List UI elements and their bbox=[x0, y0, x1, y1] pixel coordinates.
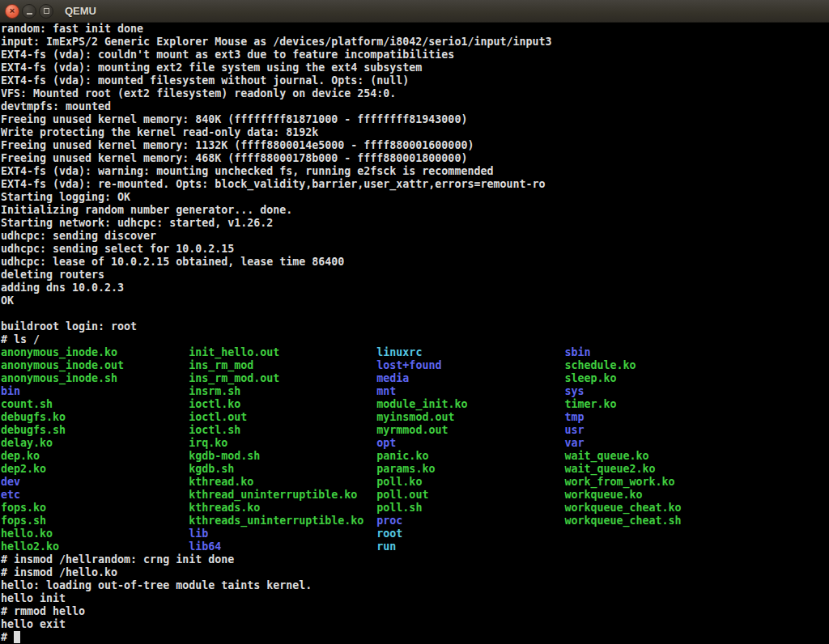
terminal-line: EXT4-fs (vda): re-mounted. Opts: block_v… bbox=[1, 178, 829, 191]
terminal-text: bin bbox=[1, 385, 189, 397]
terminal-text: Write protecting the kernel read-only da… bbox=[1, 126, 318, 138]
terminal-text: root bbox=[376, 527, 402, 540]
maximize-button[interactable] bbox=[39, 4, 53, 19]
terminal-line: count.sh ioctl.ko module_init.ko timer.k… bbox=[1, 398, 829, 411]
terminal-line: hello.ko lib root bbox=[1, 527, 829, 540]
qemu-window: × QEMU random: fast init doneinput: ImEx… bbox=[0, 0, 829, 644]
terminal-line: udhcpc: lease of 10.0.2.15 obtained, lea… bbox=[1, 256, 829, 269]
terminal-text: # bbox=[1, 631, 14, 643]
terminal-text: Freeing unused kernel memory: 1132K (fff… bbox=[1, 139, 474, 151]
terminal-line: Starting network: udhcpc: started, v1.26… bbox=[1, 217, 829, 230]
terminal-text: poll.ko bbox=[376, 476, 564, 488]
terminal-text: workqueue.ko bbox=[565, 489, 643, 501]
terminal-text: usr bbox=[565, 424, 585, 436]
terminal-line: # insmod /hellrandom: crng init done bbox=[1, 553, 829, 566]
terminal-text: sbin bbox=[565, 346, 591, 358]
terminal-text: udhcpc: sending discover bbox=[1, 230, 156, 242]
terminal-text: poll.out bbox=[376, 489, 564, 501]
terminal-text: tmp bbox=[565, 411, 585, 423]
terminal-text: devtmpfs: mounted bbox=[1, 100, 111, 112]
terminal-text: delay.ko bbox=[1, 437, 189, 449]
terminal-line: hello init bbox=[1, 592, 829, 605]
terminal-line: delay.ko irq.ko opt var bbox=[1, 437, 829, 450]
terminal-text: workqueue_cheat.sh bbox=[565, 515, 682, 527]
terminal-text: count.sh bbox=[1, 398, 189, 410]
terminal-line: Write protecting the kernel read-only da… bbox=[1, 126, 829, 139]
terminal-line: # bbox=[1, 631, 829, 644]
terminal-line: etc kthread_uninterruptible.ko poll.out … bbox=[1, 489, 829, 502]
terminal-text: fops.ko bbox=[1, 502, 189, 514]
terminal-line: # rmmod hello bbox=[1, 605, 829, 618]
terminal-text: linuxrc bbox=[376, 346, 564, 358]
terminal-text: kgdb.sh bbox=[189, 463, 376, 475]
terminal-text: debugfs.sh bbox=[1, 424, 189, 436]
terminal-text: hello.ko bbox=[1, 527, 189, 540]
terminal-screen[interactable]: random: fast init doneinput: ImExPS/2 Ge… bbox=[0, 23, 829, 644]
terminal-line: hello2.ko lib64 run bbox=[1, 540, 829, 553]
terminal-text: EXT4-fs (vda): warning: mounting uncheck… bbox=[1, 165, 493, 177]
terminal-line: EXT4-fs (vda): mounted filesystem withou… bbox=[1, 74, 829, 87]
terminal-line: Freeing unused kernel memory: 468K (ffff… bbox=[1, 152, 829, 165]
terminal-line: Initializing random number generator... … bbox=[1, 204, 829, 217]
terminal-cursor bbox=[14, 631, 20, 643]
terminal-text: params.ko bbox=[376, 463, 564, 475]
terminal-text: wait_queue.ko bbox=[565, 450, 649, 462]
terminal-line: dev kthread.ko poll.ko work_from_work.ko bbox=[1, 476, 829, 489]
terminal-text: EXT4-fs (vda): re-mounted. Opts: block_v… bbox=[1, 178, 545, 190]
terminal-line: debugfs.sh ioctl.sh myrmmod.out usr bbox=[1, 424, 829, 437]
terminal-line bbox=[1, 307, 829, 320]
terminal-text: Starting network: udhcpc: started, v1.26… bbox=[1, 217, 273, 229]
terminal-line: dep2.ko kgdb.sh params.ko wait_queue2.ko bbox=[1, 463, 829, 476]
terminal-line: fops.sh kthreads_uninterruptible.ko proc… bbox=[1, 515, 829, 527]
terminal-line: anonymous_inode.sh ins_rm_mod.out media … bbox=[1, 372, 829, 385]
terminal-text: ins_rm_mod bbox=[189, 359, 376, 371]
terminal-text: wait_queue2.ko bbox=[565, 463, 656, 475]
close-button[interactable]: × bbox=[5, 4, 19, 19]
terminal-text: EXT4-fs (vda): mounting ext2 file system… bbox=[1, 61, 422, 74]
terminal-text: dep.ko bbox=[1, 450, 189, 462]
terminal-text: workqueue_cheat.ko bbox=[565, 502, 682, 514]
terminal-text: dev bbox=[1, 476, 189, 488]
terminal-text: lib64 bbox=[189, 540, 376, 553]
terminal-line: input: ImExPS/2 Generic Explorer Mouse a… bbox=[1, 36, 829, 49]
terminal-text: random: fast init done bbox=[1, 23, 143, 35]
terminal-text: etc bbox=[1, 489, 189, 501]
minimize-icon bbox=[27, 13, 32, 15]
terminal-line: debugfs.ko ioctl.out myinsmod.out tmp bbox=[1, 411, 829, 424]
terminal-text: panic.ko bbox=[376, 450, 564, 462]
terminal-text: work_from_work.ko bbox=[565, 476, 675, 488]
terminal-text: lost+found bbox=[376, 359, 564, 371]
terminal-line: random: fast init done bbox=[1, 23, 829, 36]
terminal-text: # ls / bbox=[1, 333, 40, 345]
terminal-text: insrm.sh bbox=[189, 385, 376, 397]
terminal-line: udhcpc: sending discover bbox=[1, 230, 829, 243]
terminal-line: EXT4-fs (vda): mounting ext2 file system… bbox=[1, 61, 829, 74]
terminal-line: Freeing unused kernel memory: 840K (ffff… bbox=[1, 113, 829, 126]
terminal-text: # rmmod hello bbox=[1, 605, 85, 617]
titlebar[interactable]: × QEMU bbox=[0, 0, 829, 23]
terminal-text: kthreads.ko bbox=[189, 502, 376, 514]
minimize-button[interactable] bbox=[22, 4, 36, 19]
maximize-icon bbox=[44, 8, 49, 14]
terminal-text: deleting routers bbox=[1, 269, 104, 281]
terminal-line: EXT4-fs (vda): warning: mounting uncheck… bbox=[1, 165, 829, 178]
terminal-text: anonymous_inode.out bbox=[1, 359, 189, 371]
terminal-line: fops.ko kthreads.ko poll.sh workqueue_ch… bbox=[1, 502, 829, 515]
terminal-text: myinsmod.out bbox=[376, 411, 564, 423]
terminal-text: sleep.ko bbox=[565, 372, 617, 384]
terminal-line: Starting logging: OK bbox=[1, 191, 829, 204]
terminal-text: proc bbox=[376, 515, 564, 527]
terminal-text: Freeing unused kernel memory: 840K (ffff… bbox=[1, 113, 467, 125]
terminal-line: # ls / bbox=[1, 333, 829, 346]
close-icon: × bbox=[10, 6, 15, 15]
terminal-text: ioctl.sh bbox=[189, 424, 376, 436]
terminal-text: Initializing random number generator... … bbox=[1, 204, 292, 216]
terminal-text: ins_rm_mod.out bbox=[189, 372, 376, 384]
terminal-line: anonymous_inode.out ins_rm_mod lost+foun… bbox=[1, 359, 829, 372]
terminal-text: hello2.ko bbox=[1, 540, 189, 553]
terminal-text: anonymous_inode.sh bbox=[1, 372, 189, 384]
terminal-line: bin insrm.sh mnt sys bbox=[1, 385, 829, 398]
terminal-text: # insmod /hellrandom: crng init done bbox=[1, 553, 234, 566]
terminal-text: EXT4-fs (vda): couldn't mount as ext3 du… bbox=[1, 49, 454, 61]
terminal-text: VFS: Mounted root (ext2 filesystem) read… bbox=[1, 87, 396, 100]
